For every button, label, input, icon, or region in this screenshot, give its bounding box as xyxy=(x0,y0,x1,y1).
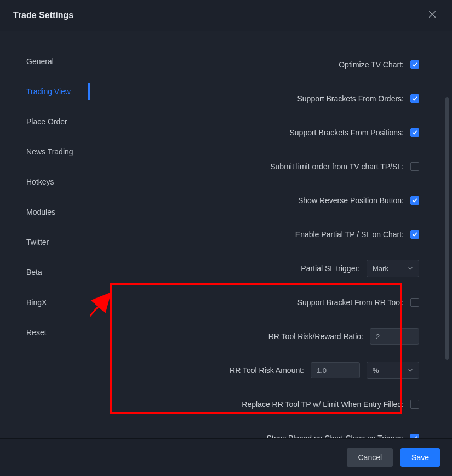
input-rr-ratio[interactable]: 2 xyxy=(370,328,419,345)
row-replace-rr-tp: Replace RR Tool TP w/ Limit When Entry F… xyxy=(112,387,419,421)
sidebar-item-trading-view[interactable]: Trading View xyxy=(0,77,90,107)
label-submit-limit-tpsl: Submit limit order from TV chart TP/SL: xyxy=(270,162,404,171)
row-support-brackets-positions: Support Brackets From Positions: xyxy=(112,116,419,150)
checkbox-support-bracket-rr[interactable] xyxy=(410,298,419,307)
row-optimize-tv-chart: Optimize TV Chart: xyxy=(112,48,419,82)
checkbox-show-reverse-position[interactable] xyxy=(410,196,419,205)
label-support-bracket-rr: Support Bracket From RR Tool: xyxy=(297,298,404,307)
sidebar-item-general[interactable]: General xyxy=(0,47,90,77)
checkbox-optimize-tv-chart[interactable] xyxy=(410,60,419,69)
sidebar-item-twitter[interactable]: Twitter xyxy=(0,227,90,257)
row-enable-partial-tpsl: Enable Partial TP / SL on Chart: xyxy=(112,217,419,251)
row-submit-limit-tpsl: Submit limit order from TV chart TP/SL: xyxy=(112,150,419,183)
input-rr-risk-amount[interactable]: 1.0 xyxy=(311,362,360,378)
settings-content: Optimize TV Chart: Support Brackets From… xyxy=(90,31,452,438)
checkbox-replace-rr-tp[interactable] xyxy=(410,400,419,409)
modal-footer: Cancel Save xyxy=(0,438,452,476)
modal-title: Trade Settings xyxy=(13,10,73,20)
label-replace-rr-tp: Replace RR Tool TP w/ Limit When Entry F… xyxy=(242,400,404,409)
sidebar-item-beta[interactable]: Beta xyxy=(0,257,90,288)
label-rr-ratio: RR Tool Risk/Reward Ratio: xyxy=(268,332,363,341)
label-optimize-tv-chart: Optimize TV Chart: xyxy=(339,60,404,69)
label-partial-sl-trigger: Partial SL trigger: xyxy=(301,264,360,273)
label-stops-close-on-trigger: Stops Placed on Chart Close on Trigger: xyxy=(266,434,404,438)
titlebar: Trade Settings xyxy=(0,0,452,31)
vertical-scrollbar[interactable] xyxy=(445,97,449,360)
sidebar-item-reset[interactable]: Reset xyxy=(0,318,90,348)
checkbox-stops-close-on-trigger[interactable] xyxy=(410,434,419,438)
row-rr-ratio: RR Tool Risk/Reward Ratio: 2 xyxy=(112,319,419,353)
label-support-brackets-positions: Support Brackets From Positions: xyxy=(289,128,404,137)
trade-settings-modal: Trade Settings General Trading View Plac… xyxy=(0,0,452,476)
checkbox-enable-partial-tpsl[interactable] xyxy=(410,230,419,239)
sidebar-item-bingx[interactable]: BingX xyxy=(0,288,90,318)
sidebar-item-hotkeys[interactable]: Hotkeys xyxy=(0,167,90,197)
row-support-brackets-orders: Support Brackets From Orders: xyxy=(112,82,419,116)
checkbox-support-brackets-orders[interactable] xyxy=(410,94,419,103)
cancel-button[interactable]: Cancel xyxy=(347,448,393,467)
select-partial-sl-trigger-value: Mark xyxy=(373,265,388,273)
row-stops-close-on-trigger: Stops Placed on Chart Close on Trigger: xyxy=(112,421,419,438)
row-show-reverse-position: Show Reverse Position Button: xyxy=(112,183,419,217)
settings-sidebar: General Trading View Place Order News Tr… xyxy=(0,31,90,438)
select-rr-risk-unit[interactable]: % xyxy=(367,362,419,379)
modal-body: General Trading View Place Order News Tr… xyxy=(0,31,452,438)
row-support-bracket-rr: Support Bracket From RR Tool: xyxy=(112,285,419,319)
row-partial-sl-trigger: Partial SL trigger: Mark xyxy=(112,251,419,285)
sidebar-item-news-trading[interactable]: News Trading xyxy=(0,137,90,167)
chevron-down-icon xyxy=(408,266,413,271)
settings-content-wrap: Optimize TV Chart: Support Brackets From… xyxy=(90,31,452,438)
row-rr-risk-amount: RR Tool Risk Amount: 1.0 % xyxy=(112,353,419,387)
checkbox-submit-limit-tpsl[interactable] xyxy=(410,162,419,171)
sidebar-item-place-order[interactable]: Place Order xyxy=(0,107,90,137)
select-rr-risk-unit-value: % xyxy=(373,366,379,375)
sidebar-item-modules[interactable]: Modules xyxy=(0,197,90,227)
label-rr-risk-amount: RR Tool Risk Amount: xyxy=(230,366,304,375)
save-button[interactable]: Save xyxy=(400,448,440,467)
select-partial-sl-trigger[interactable]: Mark xyxy=(367,260,419,277)
close-icon[interactable] xyxy=(426,9,439,22)
checkbox-support-brackets-positions[interactable] xyxy=(410,128,419,137)
chevron-down-icon xyxy=(408,368,413,373)
label-enable-partial-tpsl: Enable Partial TP / SL on Chart: xyxy=(295,230,404,239)
label-show-reverse-position: Show Reverse Position Button: xyxy=(298,196,404,205)
label-support-brackets-orders: Support Brackets From Orders: xyxy=(297,94,404,103)
